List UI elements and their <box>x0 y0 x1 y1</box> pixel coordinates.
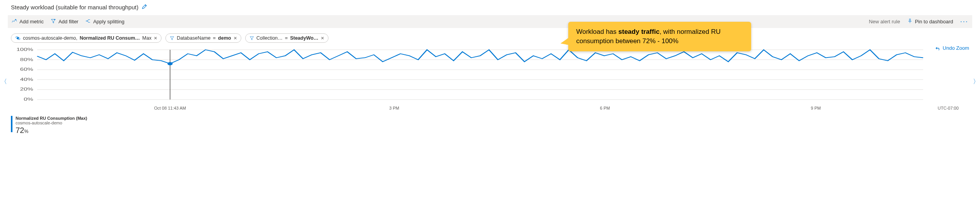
metric-chip-agg: Max <box>142 35 152 41</box>
callout-text-pre: Workload has <box>576 28 618 35</box>
svg-text:80%: 80% <box>20 57 33 62</box>
legend-resource: cosmos-autoscale-demo <box>16 121 87 125</box>
add-metric-icon <box>12 18 17 25</box>
filter1-val: demo <box>218 35 231 41</box>
apply-splitting-button[interactable]: Apply splitting <box>85 18 124 25</box>
line-chart[interactable]: 0%20%40%60%80%100% <box>11 47 969 105</box>
undo-zoom-button[interactable]: Undo Zoom <box>936 45 969 51</box>
metric-chip-resource: cosmos-autoscale-demo, <box>23 35 77 41</box>
timezone-label: UTC-07:00 <box>938 106 959 110</box>
filter-chip-collection[interactable]: Collection… = SteadyWo… ✕ <box>245 33 328 43</box>
legend-unit: % <box>24 129 28 134</box>
svg-text:40%: 40% <box>20 77 33 82</box>
x-tick-label: 6 PM <box>600 106 610 110</box>
legend-series-name: Normalized RU Consumption (Max) <box>16 116 87 121</box>
edit-title-icon[interactable] <box>142 4 147 10</box>
chart-legend: Normalized RU Consumption (Max) cosmos-a… <box>11 116 972 135</box>
add-filter-label: Add filter <box>58 19 78 24</box>
filter2-val: SteadyWo… <box>290 35 318 41</box>
svg-point-15 <box>167 62 172 65</box>
alert-rule-label: New alert rule <box>869 19 900 24</box>
filter1-key: DatabaseName <box>177 35 211 41</box>
add-metric-button[interactable]: Add metric <box>12 18 44 25</box>
new-alert-rule-button[interactable]: New alert rule <box>869 19 900 24</box>
x-tick-label: Oct 08 11:43 AM <box>154 106 186 110</box>
svg-text:60%: 60% <box>20 67 33 72</box>
metric-chip-name: Normalized RU Consum… <box>80 35 140 41</box>
split-icon <box>85 18 91 25</box>
metric-chip[interactable]: cosmos-autoscale-demo, Normalized RU Con… <box>11 33 162 43</box>
undo-zoom-label: Undo Zoom <box>943 45 969 51</box>
callout-text-bold: steady traffic <box>618 28 660 35</box>
annotation-callout: Workload has steady traffic, with normal… <box>568 22 751 51</box>
apply-splitting-label: Apply splitting <box>93 19 124 24</box>
legend-color-bar <box>11 116 12 132</box>
eq-sign: = <box>285 35 288 41</box>
x-tick-label: 3 PM <box>389 106 399 110</box>
svg-text:0%: 0% <box>24 97 33 102</box>
eq-sign: = <box>213 35 216 41</box>
pin-to-dashboard-button[interactable]: Pin to dashboard <box>907 18 953 25</box>
pin-icon <box>907 18 913 25</box>
pin-label: Pin to dashboard <box>915 19 953 24</box>
x-axis: Oct 08 11:43 AM3 PM6 PM9 PMUTC-07:00 <box>11 106 969 113</box>
filter-icon <box>249 36 254 40</box>
x-tick-label: 9 PM <box>811 106 821 110</box>
filter2-remove-icon[interactable]: ✕ <box>321 36 324 41</box>
add-filter-button[interactable]: Add filter <box>51 18 78 25</box>
more-menu-button[interactable]: ··· <box>960 17 968 26</box>
filter-chip-database[interactable]: DatabaseName = demo ✕ <box>165 33 241 43</box>
add-filter-icon <box>51 18 56 25</box>
filter1-remove-icon[interactable]: ✕ <box>234 36 237 41</box>
prev-chart-button[interactable]: 〈 <box>1 78 7 86</box>
metric-chip-remove-icon[interactable]: ✕ <box>154 36 157 41</box>
next-chart-button[interactable]: 〉 <box>973 78 979 86</box>
svg-text:100%: 100% <box>16 47 33 52</box>
filter-icon <box>170 36 174 40</box>
add-metric-label: Add metric <box>19 19 44 24</box>
legend-value: 72 <box>16 126 24 135</box>
cosmos-icon <box>15 35 21 41</box>
metrics-toolbar: Add metric Add filter Apply splitting Ne… <box>8 15 972 28</box>
filter2-key: Collection… <box>256 35 283 41</box>
page-title: Steady workload (suitable for manual thr… <box>11 4 139 10</box>
svg-text:20%: 20% <box>20 87 33 92</box>
